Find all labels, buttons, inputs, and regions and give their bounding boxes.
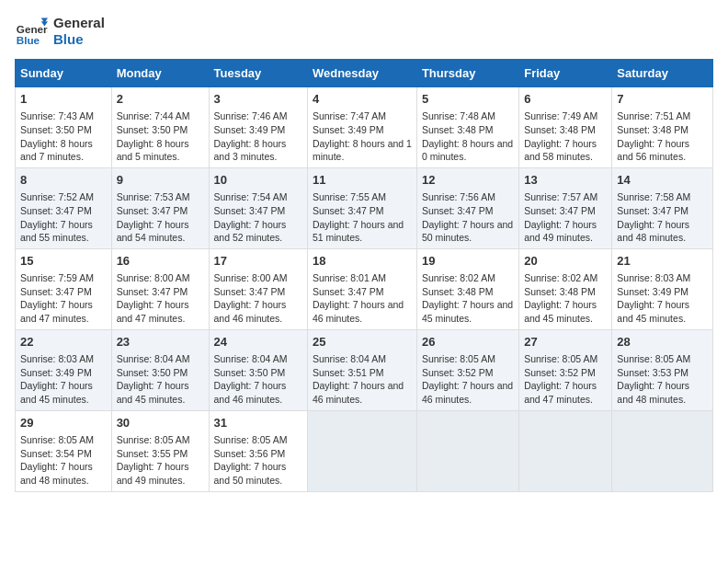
sunset-text: Sunset: 3:49 PM	[313, 123, 412, 137]
sunrise-text: Sunrise: 7:49 AM	[524, 109, 607, 123]
sunset-text: Sunset: 3:49 PM	[617, 285, 708, 299]
week-row-5: 29Sunrise: 8:05 AMSunset: 3:54 PMDayligh…	[16, 410, 713, 491]
sunset-text: Sunset: 3:47 PM	[524, 204, 607, 218]
header-day-saturday: Saturday	[612, 60, 713, 87]
sunrise-text: Sunrise: 7:57 AM	[524, 190, 607, 204]
calendar-cell: 2Sunrise: 7:44 AMSunset: 3:50 PMDaylight…	[111, 87, 209, 168]
calendar-cell: 16Sunrise: 8:00 AMSunset: 3:47 PMDayligh…	[111, 248, 209, 329]
header-day-thursday: Thursday	[416, 60, 518, 87]
day-number: 10	[214, 172, 302, 189]
week-row-1: 1Sunrise: 7:43 AMSunset: 3:50 PMDaylight…	[16, 87, 713, 168]
sunrise-text: Sunrise: 8:04 AM	[214, 352, 302, 366]
daylight-text: Daylight: 7 hours and 54 minutes.	[117, 218, 204, 245]
day-number: 25	[313, 334, 412, 350]
sunset-text: Sunset: 3:50 PM	[214, 366, 302, 380]
day-number: 26	[422, 334, 514, 350]
day-number: 16	[117, 253, 204, 270]
daylight-text: Daylight: 7 hours and 46 minutes.	[313, 379, 412, 406]
calendar-cell: 26Sunrise: 8:05 AMSunset: 3:52 PMDayligh…	[416, 329, 518, 410]
calendar-cell	[307, 410, 416, 491]
day-number: 1	[20, 91, 107, 108]
daylight-text: Daylight: 7 hours and 55 minutes.	[20, 218, 107, 245]
sunrise-text: Sunrise: 7:59 AM	[20, 271, 107, 285]
sunrise-text: Sunrise: 8:05 AM	[422, 352, 514, 366]
calendar-cell: 7Sunrise: 7:51 AMSunset: 3:48 PMDaylight…	[612, 87, 713, 168]
daylight-text: Daylight: 8 hours and 7 minutes.	[20, 137, 107, 164]
daylight-text: Daylight: 7 hours and 46 minutes.	[313, 298, 412, 325]
week-row-4: 22Sunrise: 8:03 AMSunset: 3:49 PMDayligh…	[16, 329, 713, 410]
sunset-text: Sunset: 3:47 PM	[117, 285, 204, 299]
sunset-text: Sunset: 3:47 PM	[214, 285, 302, 299]
page-header: General Blue General Blue	[15, 15, 713, 48]
daylight-text: Daylight: 7 hours and 46 minutes.	[214, 379, 302, 406]
sunrise-text: Sunrise: 7:44 AM	[117, 109, 204, 123]
daylight-text: Daylight: 7 hours and 51 minutes.	[313, 218, 412, 245]
calendar-cell: 27Sunrise: 8:05 AMSunset: 3:52 PMDayligh…	[519, 329, 612, 410]
daylight-text: Daylight: 7 hours and 48 minutes.	[617, 379, 708, 406]
logo-general: General	[53, 15, 105, 31]
daylight-text: Daylight: 7 hours and 48 minutes.	[20, 460, 107, 487]
calendar-cell: 21Sunrise: 8:03 AMSunset: 3:49 PMDayligh…	[612, 248, 713, 329]
sunset-text: Sunset: 3:48 PM	[617, 123, 708, 137]
calendar-cell: 23Sunrise: 8:04 AMSunset: 3:50 PMDayligh…	[111, 329, 209, 410]
logo-icon: General Blue	[15, 15, 48, 48]
day-number: 14	[617, 172, 708, 189]
sunset-text: Sunset: 3:52 PM	[422, 366, 514, 380]
sunset-text: Sunset: 3:48 PM	[524, 123, 607, 137]
sunset-text: Sunset: 3:47 PM	[20, 285, 107, 299]
day-number: 28	[617, 334, 708, 350]
header-day-monday: Monday	[111, 60, 209, 87]
day-number: 21	[617, 253, 708, 270]
sunrise-text: Sunrise: 8:05 AM	[20, 433, 107, 447]
daylight-text: Daylight: 7 hours and 47 minutes.	[117, 298, 204, 325]
header-row: SundayMondayTuesdayWednesdayThursdayFrid…	[16, 60, 713, 87]
sunrise-text: Sunrise: 7:58 AM	[617, 190, 708, 204]
calendar-cell	[519, 410, 612, 491]
daylight-text: Daylight: 7 hours and 45 minutes.	[422, 298, 514, 325]
daylight-text: Daylight: 7 hours and 45 minutes.	[20, 379, 107, 406]
day-number: 31	[214, 415, 302, 431]
daylight-text: Daylight: 7 hours and 49 minutes.	[117, 460, 204, 487]
day-number: 22	[20, 334, 107, 350]
sunset-text: Sunset: 3:47 PM	[117, 204, 204, 218]
day-number: 27	[524, 334, 607, 350]
svg-text:Blue: Blue	[17, 34, 40, 46]
day-number: 29	[20, 415, 107, 431]
calendar-cell: 10Sunrise: 7:54 AMSunset: 3:47 PMDayligh…	[209, 167, 307, 248]
day-number: 30	[117, 415, 204, 431]
day-number: 6	[524, 91, 607, 108]
daylight-text: Daylight: 7 hours and 58 minutes.	[524, 137, 607, 164]
daylight-text: Daylight: 7 hours and 50 minutes.	[422, 218, 514, 245]
calendar-cell: 22Sunrise: 8:03 AMSunset: 3:49 PMDayligh…	[16, 329, 112, 410]
calendar-cell: 18Sunrise: 8:01 AMSunset: 3:47 PMDayligh…	[307, 248, 416, 329]
sunset-text: Sunset: 3:48 PM	[422, 123, 514, 137]
day-number: 8	[20, 172, 107, 189]
calendar-cell: 31Sunrise: 8:05 AMSunset: 3:56 PMDayligh…	[209, 410, 307, 491]
daylight-text: Daylight: 8 hours and 0 minutes.	[422, 137, 514, 164]
daylight-text: Daylight: 7 hours and 52 minutes.	[214, 218, 302, 245]
sunrise-text: Sunrise: 8:05 AM	[524, 352, 607, 366]
calendar-table: SundayMondayTuesdayWednesdayThursdayFrid…	[15, 59, 713, 492]
sunrise-text: Sunrise: 8:02 AM	[422, 271, 514, 285]
sunrise-text: Sunrise: 7:47 AM	[313, 109, 412, 123]
sunset-text: Sunset: 3:47 PM	[20, 204, 107, 218]
calendar-cell: 1Sunrise: 7:43 AMSunset: 3:50 PMDaylight…	[16, 87, 112, 168]
day-number: 2	[117, 91, 204, 108]
calendar-cell	[416, 410, 518, 491]
calendar-cell: 8Sunrise: 7:52 AMSunset: 3:47 PMDaylight…	[16, 167, 112, 248]
daylight-text: Daylight: 7 hours and 45 minutes.	[117, 379, 204, 406]
calendar-cell: 24Sunrise: 8:04 AMSunset: 3:50 PMDayligh…	[209, 329, 307, 410]
calendar-cell: 30Sunrise: 8:05 AMSunset: 3:55 PMDayligh…	[111, 410, 209, 491]
day-number: 15	[20, 253, 107, 270]
header-day-sunday: Sunday	[16, 60, 112, 87]
calendar-cell: 3Sunrise: 7:46 AMSunset: 3:49 PMDaylight…	[209, 87, 307, 168]
day-number: 13	[524, 172, 607, 189]
week-row-2: 8Sunrise: 7:52 AMSunset: 3:47 PMDaylight…	[16, 167, 713, 248]
day-number: 20	[524, 253, 607, 270]
header-day-friday: Friday	[519, 60, 612, 87]
day-number: 5	[422, 91, 514, 108]
sunset-text: Sunset: 3:54 PM	[20, 447, 107, 461]
calendar-cell	[612, 410, 713, 491]
daylight-text: Daylight: 7 hours and 56 minutes.	[617, 137, 708, 164]
daylight-text: Daylight: 8 hours and 1 minute.	[313, 137, 412, 164]
